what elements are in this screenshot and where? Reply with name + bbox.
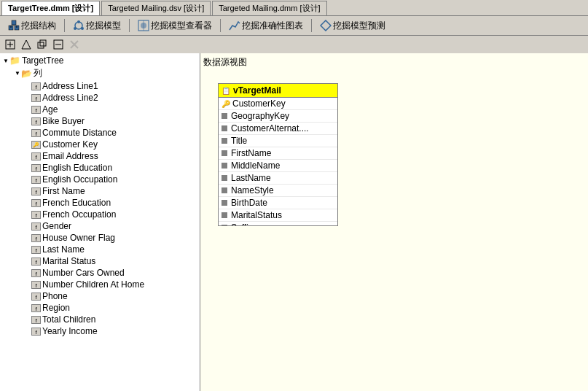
toolbar-icon-btn-2[interactable] (19, 37, 34, 52)
right-panel: 数据源视图 📋 vTargetMail 🔑 CustomerKey Geogra… (200, 53, 588, 391)
table-row[interactable]: GeographyKey (219, 110, 337, 123)
table-container: 📋 vTargetMail 🔑 CustomerKey GeographyKey… (218, 83, 338, 226)
table-row[interactable]: BirthDate (219, 197, 337, 209)
toolbar-icon-btn-3[interactable] (35, 37, 50, 52)
model-viewer-btn[interactable]: 挖掘模型查看器 (133, 18, 217, 34)
tab-targeted-mailing-dmm[interactable]: Targeted Mailing.dmm [设计] (212, 1, 326, 15)
tree-item-label: Email Address (42, 151, 98, 161)
sep4 (311, 19, 312, 32)
mining-model-btn[interactable]: 挖掘模型 (68, 18, 126, 34)
tree-item-label: TargetTree (22, 55, 64, 66)
tree-item[interactable]: ▶fAddress Line1 (1, 80, 198, 92)
tree-item[interactable]: ▶fMarital Status (1, 255, 198, 267)
accuracy-chart-icon (229, 20, 240, 31)
field-icon: f (31, 199, 41, 207)
table-row[interactable]: CustomerAlternat.... (219, 123, 337, 135)
toolbar-icon-btn-5[interactable] (67, 37, 82, 52)
key-field-icon: 🔑 (31, 141, 41, 149)
tree-item-label: Address Line2 (42, 93, 98, 103)
tree-item[interactable]: ▶fTotal Children (1, 314, 198, 325)
tree-item[interactable]: ▶fFirst Name (1, 185, 198, 197)
table-row[interactable]: LastName (219, 172, 337, 185)
tree-item-label: House Owner Flag (42, 233, 115, 243)
tree-item-label: Commute Distance (42, 128, 117, 138)
table-row[interactable]: Suffix... (219, 222, 337, 225)
tree-item[interactable]: ▶fHouse Owner Flag (1, 232, 198, 244)
tree-item[interactable]: ▶fEnglish Occupation (1, 174, 198, 185)
tree-item[interactable]: ▶fEnglish Education (1, 162, 198, 174)
tree-item[interactable]: ▶fNumber Children At Home (1, 279, 198, 290)
field-icon: f (31, 234, 41, 242)
tree-item[interactable]: ▶fAge (1, 104, 198, 115)
field-label: CustomerAlternat.... (231, 123, 309, 133)
folder-icon: 📂 (21, 69, 32, 79)
model-viewer-icon (138, 20, 149, 31)
datasource-table: 📋 vTargetMail 🔑 CustomerKey GeographyKey… (218, 83, 571, 226)
expand-icon[interactable]: ▼ (3, 58, 9, 64)
field-label: MiddleName (231, 160, 280, 171)
field-icon: f (31, 316, 41, 324)
expand-icon[interactable]: ▼ (15, 70, 20, 77)
tree-item[interactable]: ▶fFrench Education (1, 197, 198, 209)
field-dot-icon (222, 113, 227, 119)
tree-item[interactable]: ▶fNumber Cars Owned (1, 267, 198, 279)
tree-item-label: Bike Buyer (42, 116, 85, 126)
toolbar-icon-btn-4[interactable] (51, 37, 66, 52)
tree-item-label: French Occupation (42, 209, 116, 220)
main-toolbar: 挖掘结构 挖掘模型 挖掘模型查看器 挖掘准确性图表 挖掘模型预测 (0, 16, 588, 36)
tree-item[interactable]: ▶fRegion (1, 302, 198, 314)
field-icon: f (31, 222, 41, 231)
tree-item[interactable]: ▶fPhone (1, 290, 198, 302)
accuracy-chart-btn[interactable]: 挖掘准确性图表 (224, 18, 308, 34)
mining-model-label: 挖掘模型 (86, 20, 121, 32)
root-icon: 📁 (9, 55, 20, 66)
table-row[interactable]: NameStyle (219, 185, 337, 197)
tree-item-label: English Education (42, 163, 112, 173)
field-icon: f (31, 94, 41, 102)
field-icon: f (31, 117, 41, 125)
tree-item[interactable]: ▶fBike Buyer (1, 115, 198, 127)
tree-item-label: First Name (42, 186, 85, 196)
mining-structure-icon (8, 20, 20, 31)
table-row[interactable]: FirstName (219, 147, 337, 160)
tree-item-label: Total Children (42, 314, 95, 325)
model-prediction-btn[interactable]: 挖掘模型预测 (315, 18, 391, 34)
tree-item[interactable]: ▼📁TargetTree (1, 55, 198, 66)
field-dot-icon (222, 187, 227, 193)
field-dot-icon (222, 200, 227, 206)
tree-item[interactable]: ▶fAddress Line2 (1, 92, 198, 104)
tree-item[interactable]: ▶fYearly Income (1, 325, 198, 337)
field-label: Suffix... (231, 222, 260, 225)
tab-targeted-mailing-dsv[interactable]: Targeted Mailing.dsv [设计] (101, 1, 211, 15)
table-row[interactable]: Title (219, 135, 337, 147)
toolbar-icon-btn-1[interactable] (3, 37, 17, 52)
tree-item[interactable]: ▼📂列 (1, 66, 198, 80)
table-row[interactable]: MaritalStatus (219, 209, 337, 222)
tab-targettree[interactable]: TargetTree.dmm [设计] (1, 1, 100, 15)
field-icon: f (31, 304, 41, 312)
field-label: MaritalStatus (231, 210, 282, 220)
field-label: NameStyle (231, 185, 274, 196)
field-icon: f (31, 152, 41, 160)
field-icon: f (31, 246, 41, 254)
svg-rect-18 (38, 42, 44, 48)
field-icon: f (31, 293, 41, 301)
table-header: 📋 vTargetMail (219, 84, 337, 98)
table-row[interactable]: 🔑 CustomerKey (219, 98, 337, 110)
tree-item[interactable]: ▶fCommute Distance (1, 127, 198, 139)
field-icon: f (31, 258, 41, 266)
svg-point-8 (74, 27, 77, 30)
model-viewer-label: 挖掘模型查看器 (151, 20, 212, 32)
table-row[interactable]: MiddleName (219, 160, 337, 172)
tree-item[interactable]: ▶fEmail Address (1, 150, 198, 162)
tree-item[interactable]: ▶ 🔑 Customer Key (1, 139, 198, 150)
field-icon: f (31, 211, 41, 219)
toolbar-icon-3 (37, 39, 47, 50)
field-icon: f (31, 269, 41, 277)
mining-structure-label: 挖掘结构 (21, 20, 56, 32)
tree-item[interactable]: ▶fFrench Occupation (1, 209, 198, 220)
mining-structure-btn[interactable]: 挖掘结构 (3, 18, 61, 34)
tree-item[interactable]: ▶fGender (1, 220, 198, 232)
main-content: ▼📁TargetTree▼📂列▶fAddress Line1▶fAddress … (0, 53, 588, 391)
tree-item[interactable]: ▶fLast Name (1, 244, 198, 255)
